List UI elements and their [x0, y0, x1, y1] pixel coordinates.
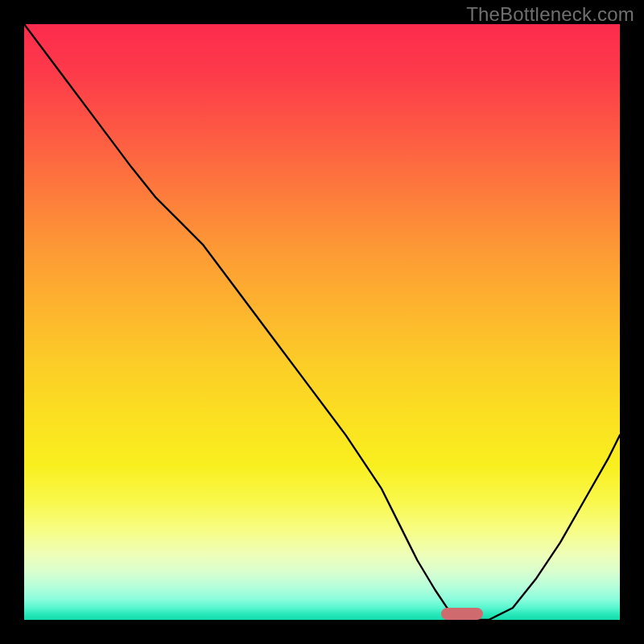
optimal-marker	[441, 608, 483, 620]
curve-layer	[24, 24, 620, 620]
bottleneck-curve	[24, 24, 620, 620]
watermark-text: TheBottleneck.com	[466, 3, 634, 26]
chart-frame: TheBottleneck.com	[0, 0, 644, 644]
plot-area	[24, 24, 620, 620]
